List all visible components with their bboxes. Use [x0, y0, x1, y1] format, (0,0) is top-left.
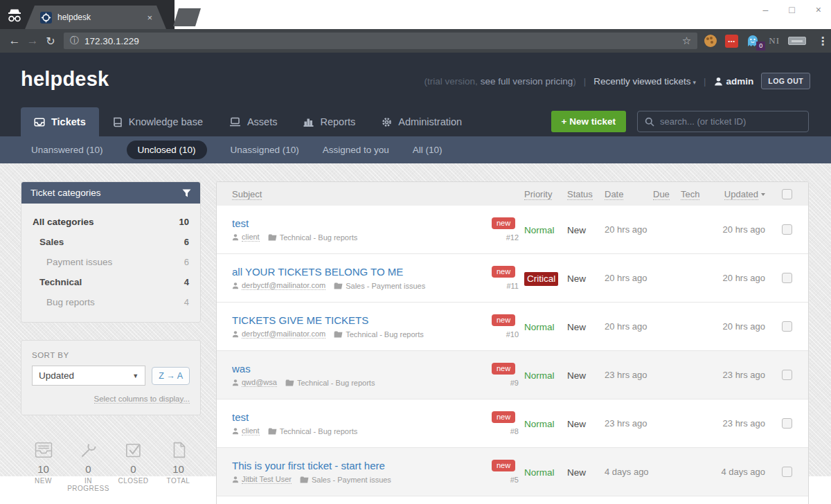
tab-reports[interactable]: Reports: [290, 107, 368, 136]
ticket-category: Technical - Bug reports: [280, 233, 358, 242]
browser-menu-icon[interactable]: ⋮: [817, 35, 824, 48]
separator: |: [704, 76, 706, 87]
sort-by-label: SORT BY: [32, 351, 190, 359]
folder-icon: [334, 331, 343, 338]
url-text[interactable]: 172.30.1.229: [84, 36, 682, 46]
ticket-from-user[interactable]: derbyctf@mailinator.com: [242, 281, 325, 290]
keyboard-extension-icon[interactable]: [788, 37, 806, 45]
row-checkbox[interactable]: [782, 370, 792, 380]
priority-value: Normal: [524, 467, 555, 478]
ticket-from-user[interactable]: qwd@wsa: [242, 378, 277, 387]
select-caret-icon: ▼: [132, 372, 138, 379]
filter-unclosed[interactable]: Unclosed (10): [127, 141, 207, 159]
ticket-from-user[interactable]: Jitbit Test User: [242, 475, 292, 484]
folder-icon: [334, 282, 343, 289]
header-status[interactable]: Status: [567, 189, 593, 200]
header-updated[interactable]: Updated: [724, 189, 758, 200]
ticket-subject-link[interactable]: This is your first ticket - start here: [232, 460, 484, 471]
header-subject[interactable]: Subject: [232, 189, 262, 200]
person-icon: [232, 476, 239, 483]
new-tab-button[interactable]: [173, 8, 201, 26]
stat-closed: 0 CLOSED: [111, 441, 156, 492]
row-checkbox[interactable]: [782, 467, 792, 477]
updated-value: 20 hrs ago: [723, 273, 765, 283]
header-priority[interactable]: Priority: [524, 189, 552, 200]
select-columns-link[interactable]: Select columns to display...: [94, 395, 190, 404]
logout-button[interactable]: LOG OUT: [761, 73, 810, 89]
tab-administration[interactable]: Administration: [368, 107, 475, 136]
person-icon: [232, 330, 239, 338]
maximize-button[interactable]: □: [789, 3, 794, 17]
recently-viewed-dropdown[interactable]: Recently viewed tickets▾: [593, 76, 696, 87]
stat-new: 10 NEW: [21, 441, 66, 492]
category-technical[interactable]: Technical4: [21, 272, 200, 292]
ticket-category: Sales - Payment issues: [346, 282, 425, 290]
info-icon[interactable]: ⓘ: [70, 35, 79, 47]
cookie-extension-icon[interactable]: [704, 35, 717, 47]
tab-knowledge-base[interactable]: Knowledge base: [99, 107, 216, 136]
filter-unanswered[interactable]: Unanswered (10): [31, 141, 103, 159]
ticket-from-user[interactable]: derbyctf@mailinator.com: [242, 330, 325, 339]
helpdesk-favicon: [40, 12, 52, 24]
category-all[interactable]: All categories10: [21, 212, 200, 232]
user-menu[interactable]: admin: [714, 76, 754, 87]
ni-extension-icon[interactable]: NI: [769, 35, 780, 46]
password-extension-icon[interactable]: •••: [725, 35, 738, 48]
back-icon[interactable]: ←: [6, 34, 24, 48]
ticket-subject-link[interactable]: test: [232, 411, 484, 423]
minimize-button[interactable]: –: [763, 3, 769, 17]
filter-assigned-to-you[interactable]: Assigned to you: [323, 141, 389, 159]
updated-value: 20 hrs ago: [723, 224, 765, 235]
new-ticket-button[interactable]: + New ticket: [551, 111, 626, 132]
app-header: helpdesk (trial version, see full versio…: [0, 53, 831, 107]
document-icon: [170, 441, 187, 459]
row-checkbox[interactable]: [782, 273, 792, 283]
search-icon: [645, 117, 654, 127]
ghost-extension-icon[interactable]: 0: [747, 34, 760, 48]
category-bug-reports[interactable]: Bug reports4: [21, 292, 200, 312]
main-nav: Tickets Knowledge base Assets Reports Ad…: [0, 107, 831, 136]
header-date[interactable]: Date: [605, 189, 623, 200]
folder-icon: [268, 234, 277, 241]
tab-close-icon[interactable]: ×: [147, 12, 152, 23]
ticket-subject-link[interactable]: all YOUR TICKETS BELONG TO ME: [232, 266, 484, 278]
row-checkbox[interactable]: [782, 321, 792, 332]
tab-assets[interactable]: Assets: [216, 107, 291, 136]
status-value: New: [567, 225, 586, 235]
ticket-filters: Unanswered (10) Unclosed (10) Unassigned…: [0, 136, 831, 163]
sort-select[interactable]: Updated ▼: [32, 366, 145, 386]
forward-icon[interactable]: →: [24, 34, 42, 48]
ticket-subject-link[interactable]: test: [232, 217, 484, 229]
filter-unassigned[interactable]: Unassigned (10): [231, 141, 299, 159]
category-sales[interactable]: Sales6: [21, 232, 200, 252]
ticket-from-user[interactable]: client: [242, 233, 260, 242]
address-bar[interactable]: ⓘ 172.30.1.229 ☆: [64, 33, 697, 49]
header-due[interactable]: Due: [653, 189, 670, 200]
updated-value: 20 hrs ago: [723, 321, 765, 332]
row-checkbox[interactable]: [782, 418, 792, 429]
filter-all[interactable]: All (10): [413, 141, 443, 159]
reload-icon[interactable]: ↻: [42, 35, 60, 48]
tab-tickets[interactable]: Tickets: [21, 107, 99, 136]
bookmark-star-icon[interactable]: ☆: [682, 35, 691, 47]
row-checkbox[interactable]: [782, 224, 792, 235]
search-input[interactable]: [660, 116, 792, 127]
date-value: 20 hrs ago: [605, 224, 647, 235]
pricing-link[interactable]: see full version pricing: [481, 76, 573, 87]
search-box[interactable]: [637, 111, 809, 132]
close-button[interactable]: ×: [816, 3, 821, 17]
browser-tab-helpdesk[interactable]: helpdesk ×: [25, 6, 166, 29]
ticket-from-user[interactable]: client: [242, 426, 260, 435]
ticket-row: This is your first ticket - start here J…: [217, 448, 808, 496]
header-tech[interactable]: Tech: [681, 189, 699, 200]
ticket-categories-panel: Ticket categories All categories10 Sales…: [21, 181, 201, 323]
ticket-number: #11: [506, 282, 519, 290]
ticket-subject-link[interactable]: TICKETS GIVE ME TICKETS: [232, 314, 484, 326]
ticket-stats: 10 NEW 0 IN PROGRESS 0 CLOSED: [21, 441, 201, 492]
sort-order-button[interactable]: Z → A: [152, 367, 190, 385]
priority-value: Normal: [524, 322, 555, 332]
filter-funnel-icon[interactable]: [182, 189, 191, 197]
select-all-checkbox[interactable]: [782, 189, 792, 199]
ticket-subject-link[interactable]: was: [232, 363, 484, 375]
category-payment-issues[interactable]: Payment issues6: [21, 252, 200, 272]
